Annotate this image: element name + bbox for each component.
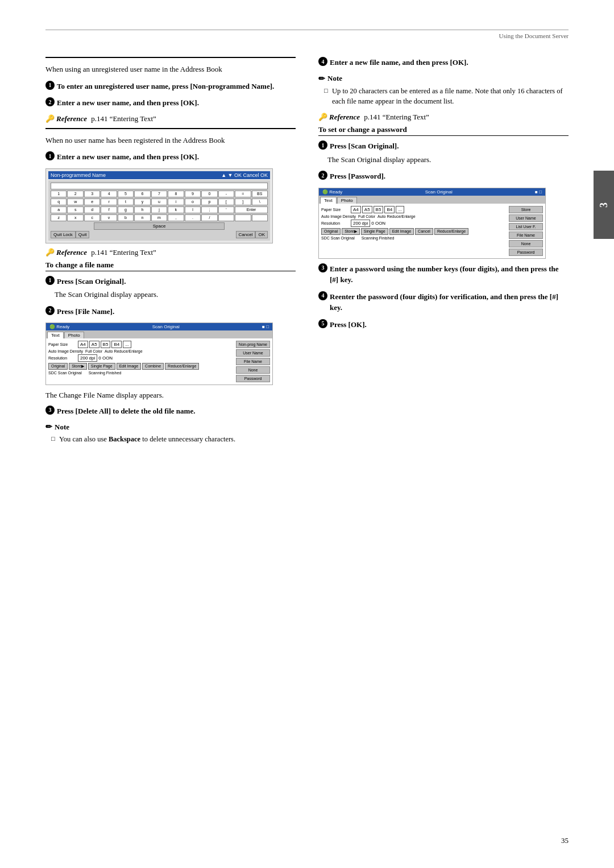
key-w[interactable]: w — [67, 199, 83, 205]
scan1-size-b4[interactable]: B4 — [111, 341, 122, 348]
key-slash[interactable]: / — [201, 214, 217, 221]
scan2-size-more[interactable]: ... — [396, 206, 404, 213]
step-4-header: 1 Press [Scan Original]. — [45, 276, 296, 287]
key-o[interactable]: o — [185, 199, 201, 205]
scan1-btn-reduce[interactable]: Reduce/Enlarge — [165, 363, 199, 370]
scan2-rbtn-store[interactable]: Store — [509, 206, 543, 213]
key-l[interactable]: l — [185, 206, 201, 213]
scan1-rbtn-nonprog[interactable]: Non-prog Name — [236, 341, 270, 348]
key-p[interactable]: p — [201, 199, 217, 205]
key-lb[interactable]: [ — [218, 199, 234, 205]
key-enter[interactable]: Enter — [235, 206, 268, 213]
key-5[interactable]: 5 — [118, 191, 134, 197]
scan1-body: Paper Size A4 A5 B5 B4 ... Auto Image De… — [46, 338, 272, 385]
scan1-rbtn-filename[interactable]: File Name — [236, 358, 270, 365]
key-apos[interactable]: ' — [218, 206, 234, 213]
key-0[interactable]: 0 — [201, 191, 217, 197]
scan2-btn-cancel[interactable]: Cancel — [415, 228, 433, 235]
scan2-size-b5[interactable]: B5 — [374, 206, 384, 213]
note-2-header: ✏ Note — [318, 74, 569, 84]
key-z[interactable]: z — [51, 214, 67, 221]
scan2-rbtn-username[interactable]: User Name — [509, 214, 543, 222]
key-comma[interactable]: , — [168, 214, 184, 221]
key-b[interactable]: b — [118, 214, 134, 221]
key-a[interactable]: a — [51, 206, 67, 213]
key-2[interactable]: 2 — [67, 191, 83, 197]
key-sc[interactable]: ; — [201, 206, 217, 213]
key-bsl[interactable]: \ — [252, 199, 268, 205]
scan1-btn-original[interactable]: Original — [48, 363, 68, 370]
key-c[interactable]: c — [84, 214, 100, 221]
scan2-btn-scan-original[interactable]: SDC Scan Original — [321, 236, 355, 240]
key-e[interactable]: e — [84, 199, 100, 205]
scan1-btn-combine[interactable]: Combine — [142, 363, 164, 370]
scan1-size-b5[interactable]: B5 — [101, 341, 111, 348]
quit-lock-btn[interactable]: Quit Lock — [51, 231, 76, 238]
scan2-btn-reduce[interactable]: Reduce/Enlarge — [434, 228, 468, 235]
key-bs[interactable]: BS — [252, 191, 268, 197]
key-1[interactable]: 1 — [51, 191, 67, 197]
keyboard-input-field[interactable] — [51, 183, 268, 189]
scan2-tab-photo[interactable]: Photo — [337, 197, 357, 204]
key-r[interactable]: r — [101, 199, 117, 205]
scan1-size-a4[interactable]: A4 — [78, 341, 88, 348]
note-2: ✏ Note Up to 20 characters can be entere… — [318, 74, 569, 108]
key-n[interactable]: n — [134, 214, 150, 221]
key-q[interactable]: q — [51, 199, 67, 205]
key-s[interactable]: s — [67, 206, 83, 213]
key-dash[interactable]: - — [218, 191, 234, 197]
key-g[interactable]: g — [118, 206, 134, 213]
scan1-rbtn-none[interactable]: None — [236, 366, 270, 374]
key-rb[interactable]: ] — [235, 199, 251, 205]
key-9[interactable]: 9 — [185, 191, 201, 197]
scan1-tab-text[interactable]: Text — [47, 332, 64, 338]
scan2-rbtn-listuser[interactable]: List User F. — [509, 223, 543, 230]
scan2-rbtn-filename[interactable]: File Name — [509, 232, 543, 239]
ok-btn[interactable]: OK — [255, 231, 268, 238]
scan1-size-a5[interactable]: A5 — [89, 341, 99, 348]
scan1-btn-edit[interactable]: Edit Image — [117, 363, 141, 370]
scan2-btn-edit[interactable]: Edit Image — [389, 228, 414, 235]
scan1-btn-store[interactable]: Store▶ — [69, 363, 87, 370]
key-eq[interactable]: = — [235, 191, 251, 197]
scan2-btn-single[interactable]: Single Page — [361, 228, 388, 235]
key-i[interactable]: i — [168, 199, 184, 205]
key-h[interactable]: h — [134, 206, 150, 213]
cancel-btn[interactable]: Cancel — [236, 231, 256, 238]
key-k[interactable]: k — [168, 206, 184, 213]
scan1-btn-scan-original[interactable]: SDC Scan Original — [48, 371, 82, 375]
key-period[interactable]: . — [185, 214, 201, 221]
scan1-rbtn-password[interactable]: Password — [236, 375, 270, 382]
key-7[interactable]: 7 — [151, 191, 167, 197]
scan2-size-b4[interactable]: B4 — [384, 206, 395, 213]
scan1-rbtn-username[interactable]: User Name — [236, 349, 270, 357]
scan2-opt-density: Auto Image Density — [321, 214, 356, 218]
pencil-icon-2: ✏ — [318, 74, 325, 84]
scan2-rbtn-password[interactable]: Password — [509, 249, 543, 256]
scan2-size-a5[interactable]: A5 — [362, 206, 372, 213]
key-m[interactable]: m — [151, 214, 167, 221]
scan2-btn-original[interactable]: Original — [321, 228, 341, 235]
space-key[interactable]: Space — [94, 222, 224, 230]
key-6[interactable]: 6 — [134, 191, 150, 197]
key-d[interactable]: d — [84, 206, 100, 213]
scan1-title: Scan Original — [152, 324, 180, 329]
key-3[interactable]: 3 — [84, 191, 100, 197]
scan1-btn-single[interactable]: Single Page — [88, 363, 115, 370]
key-v[interactable]: v — [101, 214, 117, 221]
scan1-tab-photo[interactable]: Photo — [64, 332, 84, 338]
key-t[interactable]: t — [118, 199, 134, 205]
key-u[interactable]: u — [151, 199, 167, 205]
scan2-btn-store[interactable]: Store▶ — [342, 228, 360, 235]
key-4[interactable]: 4 — [101, 191, 117, 197]
scan2-tab-text[interactable]: Text — [320, 197, 337, 204]
key-8[interactable]: 8 — [168, 191, 184, 197]
scan2-rbtn-none[interactable]: None — [509, 240, 543, 247]
quit-btn[interactable]: Quit — [76, 231, 90, 238]
key-y[interactable]: y — [134, 199, 150, 205]
scan2-size-a4[interactable]: A4 — [351, 206, 361, 213]
key-f[interactable]: f — [101, 206, 117, 213]
scan1-size-more[interactable]: ... — [123, 341, 131, 348]
key-x[interactable]: x — [67, 214, 83, 221]
key-j[interactable]: j — [151, 206, 167, 213]
